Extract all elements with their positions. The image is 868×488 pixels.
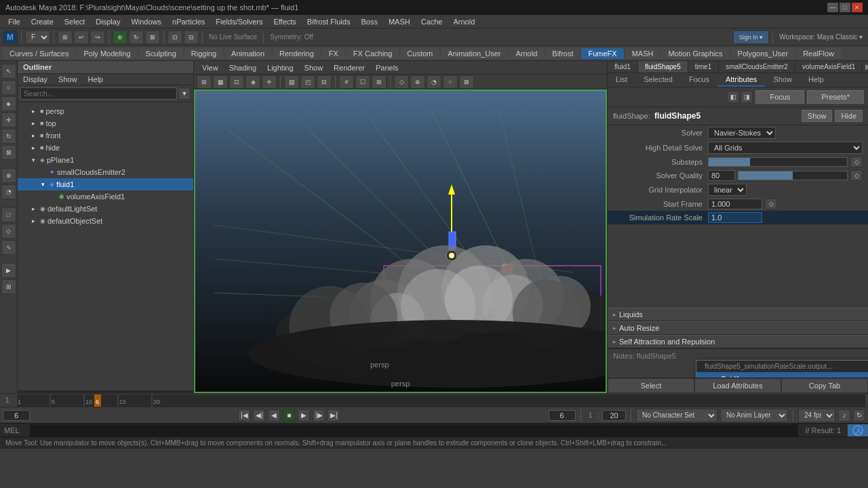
pb-step-fwd[interactable]: |▶	[313, 409, 325, 422]
vp-btn-8[interactable]: ⊟	[317, 75, 332, 89]
vp-btn-12[interactable]: ⊕	[410, 75, 425, 89]
vp-menu-view[interactable]: View	[197, 62, 224, 73]
close-button[interactable]: ✕	[852, 3, 863, 12]
mod-tab-fumefx[interactable]: FumeFX	[581, 48, 623, 59]
tree-item-defaultobjectset[interactable]: ▸ ◉ defaultObjectSet	[18, 215, 193, 227]
attr-panel-attributes[interactable]: Attributes	[717, 73, 765, 87]
menu-cache[interactable]: Cache	[416, 16, 448, 27]
viewport-3d[interactable]: persp persp	[194, 89, 607, 393]
vp-btn-grid[interactable]: #	[339, 75, 354, 89]
pb-play-forward[interactable]: ▶	[298, 409, 310, 422]
minimize-button[interactable]: —	[827, 3, 838, 12]
playback-frame-end[interactable]	[549, 410, 576, 421]
menu-display[interactable]: Display	[90, 16, 125, 27]
toolbar-snap2[interactable]: ⊟	[184, 30, 199, 44]
tree-item-fluid1[interactable]: ▾ ◈ fluid1	[18, 178, 193, 190]
toolbar-sign-in[interactable]: Sign In ▾	[733, 30, 770, 44]
cmd-input[interactable]	[30, 424, 798, 436]
attr-panel-list[interactable]: List	[608, 73, 635, 87]
vp-btn-7[interactable]: ◰	[300, 75, 315, 89]
focus-button[interactable]: Focus	[755, 90, 804, 104]
tree-item-pplane1[interactable]: ▾ ◈ pPlane1	[18, 154, 193, 166]
playback-charset[interactable]: No Character Set	[636, 409, 717, 422]
pb-step-back[interactable]: ◀|	[253, 409, 265, 422]
mod-tab-rendering[interactable]: Rendering	[273, 48, 321, 59]
mod-tab-fxcaching[interactable]: FX Caching	[347, 48, 399, 59]
vp-btn-3[interactable]: ⊡	[229, 75, 244, 89]
attr-simrate-input[interactable]	[708, 212, 762, 223]
tool-camera[interactable]: □	[1, 207, 16, 222]
attr-tab-fluidshape5[interactable]: fluidShape5	[638, 61, 688, 73]
menu-nparticles[interactable]: nParticles	[167, 16, 210, 27]
outliner-menu-display[interactable]: Display	[18, 74, 53, 85]
menu-arnold[interactable]: Arnold	[448, 16, 480, 27]
attr-quality-input[interactable]	[708, 170, 735, 181]
menu-fields[interactable]: Fields/Solvers	[210, 16, 268, 27]
tool-paint[interactable]: ◈	[1, 96, 16, 111]
mod-tab-curves[interactable]: Curves / Surfaces	[3, 48, 75, 59]
outliner-search-btn[interactable]: ▼	[178, 87, 191, 100]
tree-item-defaultlightset[interactable]: ▸ ◉ defaultLightSet	[18, 203, 193, 215]
attr-substeps-slider[interactable]	[708, 157, 848, 167]
attr-icon-1[interactable]: ◧	[727, 91, 739, 103]
playback-animlayer[interactable]: No Anim Layer	[720, 409, 788, 422]
attr-tab-smallclouds[interactable]: smallCloudsEmitter2	[719, 61, 795, 73]
tool-scale[interactable]: ⊠	[1, 145, 16, 160]
attr-solver-dropdown[interactable]: Navier-Stokes	[708, 127, 776, 139]
vp-btn-4[interactable]: ◈	[245, 75, 260, 89]
mod-tab-poly[interactable]: Poly Modeling	[77, 48, 137, 59]
vp-btn-1[interactable]: ⊞	[197, 75, 212, 89]
ctx-item-setkey[interactable]: ✓ Set Key	[696, 372, 868, 378]
tree-item-top[interactable]: ▸ ■ top	[18, 117, 193, 129]
vp-btn-2[interactable]: ▦	[213, 75, 228, 89]
attr-panel-help[interactable]: Help	[800, 73, 832, 87]
section-autoresize[interactable]: ▸ Auto Resize	[608, 321, 868, 335]
menu-windows[interactable]: Windows	[125, 16, 167, 27]
vp-menu-lighting[interactable]: Lighting	[262, 62, 299, 73]
mod-tab-mash[interactable]: MASH	[625, 48, 660, 59]
attr-panel-show[interactable]: Show	[765, 73, 800, 87]
outliner-resize-handle[interactable]	[18, 390, 193, 393]
cmd-maya-logo[interactable]: 人	[848, 424, 868, 436]
tree-item-emitter[interactable]: ✦ smallCloudsEmitter2	[18, 166, 193, 178]
toolbar-btn-2[interactable]: ↩	[74, 30, 89, 44]
mod-tab-animation[interactable]: Animation	[224, 48, 271, 59]
vp-btn-13[interactable]: ◔	[427, 75, 441, 89]
tool-lasso[interactable]: ○	[1, 80, 16, 95]
attr-startframe-key[interactable]: ◇	[765, 199, 777, 209]
attr-tabs-arrow[interactable]: ▶	[863, 61, 868, 73]
toolbar-scale[interactable]: ⊠	[145, 30, 160, 44]
toolbar-rotate[interactable]: ↻	[129, 30, 144, 44]
tool-light[interactable]: ◇	[1, 224, 16, 239]
vp-menu-show[interactable]: Show	[299, 62, 329, 73]
attr-highdetail-dropdown[interactable]: All Grids	[708, 142, 863, 154]
menu-file[interactable]: File	[3, 16, 26, 27]
attr-grid-interp-dropdown[interactable]: linear	[708, 184, 747, 196]
playback-fps[interactable]: 24 fps	[798, 409, 835, 422]
menu-effects[interactable]: Effects	[268, 16, 301, 27]
menu-bifrost[interactable]: Bifrost Fluids	[302, 16, 356, 27]
pb-loop[interactable]: ↻	[853, 409, 865, 422]
playback-range-end[interactable]	[602, 410, 626, 421]
pb-go-end[interactable]: ▶|	[328, 409, 340, 422]
vp-menu-shading[interactable]: Shading	[224, 62, 262, 73]
attr-startframe-input[interactable]	[708, 199, 762, 209]
mod-tab-bifrost[interactable]: Bifrost	[545, 48, 580, 59]
presets-button[interactable]: Presets*	[807, 90, 864, 104]
attr-btn-select[interactable]: Select	[608, 378, 694, 393]
vp-btn-10[interactable]: ⊞	[372, 75, 387, 89]
tool-select[interactable]: ↖	[1, 64, 16, 79]
attr-tab-volumeaxis[interactable]: volumeAxisField1	[795, 61, 863, 73]
attr-hide-btn[interactable]: Hide	[835, 110, 863, 122]
attr-icon-2[interactable]: ◨	[741, 91, 753, 103]
menu-select[interactable]: Select	[59, 16, 91, 27]
attr-panel-selected[interactable]: Selected	[635, 73, 681, 87]
vp-btn-6[interactable]: ▧	[284, 75, 299, 89]
tree-item-persp[interactable]: ▸ ■ persp	[18, 105, 193, 117]
menu-mash[interactable]: MASH	[383, 16, 416, 27]
toolbar-btn-3[interactable]: ↪	[90, 30, 105, 44]
attr-show-btn[interactable]: Show	[802, 110, 833, 122]
toolbar-snap[interactable]: ⊡	[167, 30, 182, 44]
tool-curve[interactable]: ∿	[1, 240, 16, 255]
outliner-search-input[interactable]	[20, 87, 177, 100]
